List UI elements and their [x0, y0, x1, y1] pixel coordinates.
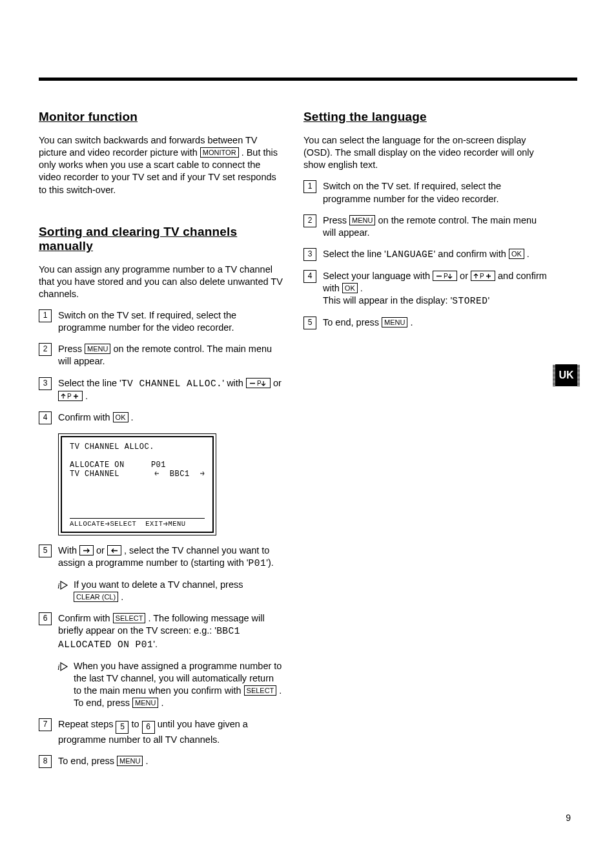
step-number: 3 [303, 248, 316, 261]
heading-sorting: Sorting and clearing TV channels manuall… [39, 225, 284, 253]
step-body: Select the line 'TV CHANNEL ALLOC.' with… [58, 377, 284, 402]
step-4: 4 Confirm with OK . [39, 411, 284, 424]
step-7: 7 Repeat steps 5 to 6 until you have giv… [39, 718, 284, 746]
step-body: Confirm with SELECT . The following mess… [58, 612, 284, 650]
step-body: Confirm with OK . [58, 411, 284, 424]
osd-title: TV CHANNEL ALLOC. [70, 442, 205, 452]
step-2: 2 Press MENU on the remote control. The … [303, 214, 549, 239]
step-ref: 6 [142, 721, 155, 734]
svg-text:i: i [57, 662, 60, 672]
columns: Monitor function You can switch backward… [39, 110, 577, 777]
menu-button-label: MENU [85, 344, 110, 354]
p-minus-button: P [246, 378, 271, 388]
menu-button-label: MENU [132, 698, 158, 708]
step-1: 1 Switch on the TV set. If required, sel… [303, 180, 549, 205]
page-number: 9 [566, 813, 571, 823]
heading-language: Setting the language [303, 110, 549, 124]
step-number: 3 [39, 377, 52, 390]
clear-button-label: CLEAR (CL) [74, 592, 118, 602]
svg-text:P: P [480, 273, 484, 279]
step-body: To end, press MENU . [323, 317, 549, 329]
step-number: 5 [303, 317, 316, 329]
right-arrow-button [79, 545, 94, 555]
step-number: 6 [39, 612, 52, 625]
step-8: 8 To end, press MENU . [39, 755, 284, 768]
svg-text:P: P [444, 273, 448, 279]
step-body: With or , select the TV channel you want… [58, 545, 284, 570]
note-body: If you want to delete a TV channel, pres… [74, 579, 284, 603]
step-number: 1 [39, 309, 52, 322]
step-4: 4 Select your language with P or P and c… [303, 270, 549, 307]
step-number: 4 [303, 270, 316, 283]
ok-button-label: OK [342, 283, 358, 293]
menu-button-label: MENU [349, 215, 375, 225]
p-plus-button: P [58, 391, 83, 401]
step-number: 7 [39, 718, 52, 731]
ok-button-label: OK [509, 249, 524, 259]
left-arrow-button [107, 545, 121, 555]
step-body: Press MENU on the remote control. The ma… [323, 214, 549, 239]
note-body: When you have assigned a programme numbe… [74, 660, 284, 710]
svg-text:i: i [57, 581, 60, 590]
osd-screen: TV CHANNEL ALLOC. ALLOCATE ONP01 TV CHAN… [58, 433, 216, 535]
step-number: 8 [39, 755, 52, 768]
step-body: Select the line 'LANGUAGE' and confirm w… [323, 248, 549, 261]
language-intro: You can select the language for the on-s… [303, 134, 549, 171]
step-6: 6 Confirm with SELECT . The following me… [39, 612, 284, 650]
step-ref: 5 [116, 721, 128, 734]
osd-row: TV CHANNEL BBC1 [70, 470, 205, 479]
p-plus-button: P [471, 271, 495, 281]
step-number: 4 [39, 411, 52, 424]
step-number: 5 [39, 545, 52, 557]
step-5: 5 With or , select the TV channel you wa… [39, 545, 284, 570]
menu-button-label: MENU [382, 317, 407, 327]
ok-button-label: OK [113, 412, 128, 422]
sorting-intro: You can assign any programme number to a… [39, 264, 284, 300]
monitor-paragraph: You can switch backwards and forwards be… [39, 134, 284, 196]
uk-tab: UK [555, 364, 577, 386]
right-column: Setting the language You can select the … [303, 110, 549, 777]
note: i When you have assigned a programme num… [57, 660, 284, 710]
monitor-button-label: MONITOR [200, 147, 239, 158]
select-button-label: SELECT [113, 613, 146, 623]
step-2: 2 Press MENU on the remote control. The … [39, 343, 284, 368]
top-rule [39, 78, 577, 81]
info-icon: i [57, 661, 68, 710]
left-column: Monitor function You can switch backward… [39, 110, 284, 777]
svg-text:P: P [67, 393, 72, 399]
step-body: To end, press MENU . [58, 755, 284, 768]
step-number: 2 [303, 214, 316, 227]
step-number: 1 [303, 180, 316, 193]
menu-button-label: MENU [117, 756, 143, 766]
step-body: Switch on the TV set. If required, selec… [58, 309, 284, 334]
step-3: 3 Select the line 'LANGUAGE' and confirm… [303, 248, 549, 261]
osd-row: ALLOCATE ONP01 [70, 461, 205, 470]
select-button-label: SELECT [244, 685, 277, 696]
osd-footer: ALLOCATESELECT EXITMENU [70, 518, 205, 528]
step-number: 2 [39, 343, 52, 356]
step-body: Repeat steps 5 to 6 until you have given… [58, 718, 284, 746]
step-3: 3 Select the line 'TV CHANNEL ALLOC.' wi… [39, 377, 284, 402]
step-body: Switch on the TV set. If required, selec… [323, 180, 549, 205]
step-1: 1 Switch on the TV set. If required, sel… [39, 309, 284, 334]
page: UK Monitor function You can switch backw… [0, 0, 616, 841]
svg-text:P: P [257, 380, 262, 386]
heading-monitor-function: Monitor function [39, 110, 284, 124]
step-body: Select your language with P or P and con… [323, 270, 549, 307]
info-icon: i [57, 580, 68, 603]
p-minus-button: P [433, 271, 457, 281]
step-body: Press MENU on the remote control. The ma… [58, 343, 284, 368]
note: i If you want to delete a TV channel, pr… [57, 579, 284, 603]
step-5: 5 To end, press MENU . [303, 317, 549, 329]
